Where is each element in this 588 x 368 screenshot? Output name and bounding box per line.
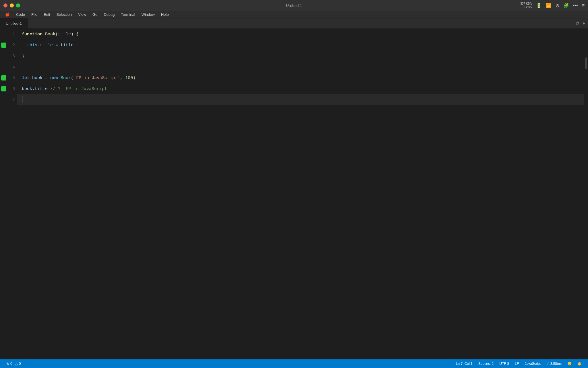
var-title: title [61,43,74,48]
title-right-controls: 337 KB/s 6 KB/s 🔋 📶 ⊘ 🧩 ••• ≡ [520,2,585,9]
more-icon[interactable]: ••• [573,3,578,8]
editor: 1 2 3 4 5 6 7 [0,29,588,359]
line-1-dot [1,32,6,37]
line-5-container: 5 [0,72,17,83]
this-keyword: this [27,43,37,48]
line-number-3: 3 [6,54,17,58]
code-line-6[interactable]: book . title // ? FP in JavaScript [17,83,584,94]
menu-code[interactable]: Code [13,12,28,17]
var-book-ref: book [22,87,32,91]
line-2-dot[interactable] [1,43,6,48]
var-book: book [32,76,42,80]
code-line-2[interactable]: this . title = title [17,40,584,51]
split-editor-icon[interactable]: ⧉ [576,21,579,26]
error-icon: ⊗ [6,362,9,366]
apple-menu[interactable]: 🍎 [2,12,13,17]
download-speed: 6 KB/s [523,5,532,9]
line-4-container: 4 [0,62,17,72]
no-disturb-icon: ⊘ [556,3,559,8]
line-4-dot [1,64,6,70]
line-6-dot[interactable] [1,86,6,91]
line-number-1: 1 [6,32,17,37]
file-tab[interactable]: Untitled-1 [0,18,28,29]
extensions-icon: 🧩 [563,3,569,8]
status-timing[interactable]: ✓ 3.58ms [543,362,564,366]
string-fp: 'FP in JavaScript' [74,76,120,80]
number-100: 100 [125,76,133,80]
more-actions-icon[interactable]: ● [582,21,585,26]
prop-title: title [40,43,53,48]
comment-result: // ? FP in JavaScript [50,87,107,91]
line-number-5: 5 [6,76,17,80]
gutter: 1 2 3 4 5 6 7 [0,29,17,359]
keyword-function: function [22,32,42,37]
code-area[interactable]: function Book ( title ) { this . title =… [17,29,584,359]
menu-go[interactable]: Go [90,12,100,17]
status-language[interactable]: JavaScript [522,362,543,366]
function-name-book: Book [45,32,55,37]
param-title: title [58,32,71,37]
line-number-6: 6 [6,87,17,91]
line-7-dot [1,97,6,102]
tab-actions: ⧉ ● [576,21,588,26]
line-6-container: 6 [0,83,17,94]
minimize-button[interactable] [10,3,14,7]
code-line-5[interactable]: let book = new Book ( 'FP in JavaScript'… [17,72,584,83]
window-title: Untitled-1 [286,3,302,8]
class-book: Book [61,76,71,80]
fullscreen-button[interactable] [16,3,20,7]
menu-window[interactable]: Window [139,12,158,17]
line-number-2: 2 [6,43,17,47]
line-3-container: 3 [0,51,17,62]
battery-icon: 🔋 [536,3,542,8]
prop-title-ref: title [35,87,48,91]
menu-help[interactable]: Help [158,12,172,17]
line-2-container: 2 [0,40,17,51]
status-eol[interactable]: LF [512,362,522,366]
line-3-dot [1,53,6,59]
menu-edit[interactable]: Edit [41,12,53,17]
code-line-3[interactable]: } [17,51,584,62]
status-errors[interactable]: ⊗ 0 △ 0 [3,359,24,368]
status-position[interactable]: Ln 7, Col 1 [453,362,475,366]
line-number-4: 4 [6,65,17,69]
line-7-container: 7 [0,94,17,105]
status-feedback-icon[interactable]: 🙂 [564,362,575,366]
status-spaces[interactable]: Spaces: 2 [475,362,496,366]
menu-debug[interactable]: Debug [101,12,117,17]
line-number-7: 7 [6,97,17,102]
code-line-1[interactable]: function Book ( title ) { [17,29,584,40]
code-line-7[interactable] [17,94,584,105]
close-button[interactable] [3,3,7,7]
list-icon[interactable]: ≡ [582,3,585,8]
menu-selection[interactable]: Selection [53,12,74,17]
wifi-icon: 📶 [546,3,552,8]
status-bar: ⊗ 0 △ 0 Ln 7, Col 1 Spaces: 2 UTF-8 LF J… [0,359,588,368]
keyword-new: new [50,76,58,80]
network-info: 337 KB/s 6 KB/s [520,2,532,9]
menu-view[interactable]: View [75,12,89,17]
menu-terminal[interactable]: Terminal [118,12,138,17]
line-1-container: 1 [0,29,17,40]
tab-bar: Untitled-1 ⧉ ● [0,18,588,29]
menu-bar: 🍎 Code File Edit Selection View Go Debug… [0,11,588,18]
line-5-dot[interactable] [1,75,6,80]
status-right: Ln 7, Col 1 Spaces: 2 UTF-8 LF JavaScrip… [453,362,585,366]
keyword-let: let [22,76,30,80]
title-bar: Untitled-1 337 KB/s 6 KB/s 🔋 📶 ⊘ 🧩 ••• ≡ [0,0,588,11]
warning-icon: △ [15,362,18,366]
status-encoding[interactable]: UTF-8 [496,362,512,366]
status-bell-icon[interactable]: 🔔 [575,362,585,366]
scrollbar-thumb[interactable] [585,57,587,69]
code-line-4[interactable] [17,62,584,72]
scrollbar-area[interactable] [584,29,588,359]
upload-speed: 337 KB/s [520,2,532,5]
menu-file[interactable]: File [28,12,40,17]
error-count: 0 [10,362,12,366]
traffic-lights [3,3,20,7]
warning-count: 0 [19,362,21,366]
